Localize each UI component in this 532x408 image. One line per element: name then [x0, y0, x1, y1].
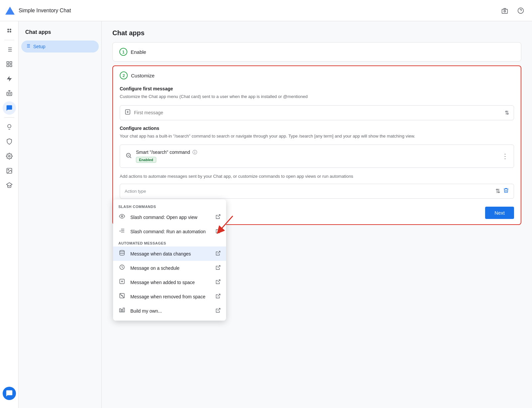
step-enable-badge: 1	[119, 48, 127, 56]
dropdown-item-arrow-2	[215, 228, 221, 235]
sidebar-item-setup[interactable]: Setup	[21, 41, 99, 52]
dropdown-item-label-added: Message when added to space	[130, 280, 211, 285]
action-placeholder: Action type	[125, 189, 146, 194]
add-actions-desc: Add actions to automate messages sent by…	[120, 173, 514, 180]
dropdown-item-added-to-space[interactable]: Message when added to space	[113, 275, 226, 289]
main-title: Chat apps	[112, 29, 521, 37]
eye-icon	[118, 213, 126, 221]
app-title: Simple Inventory Chat	[19, 8, 71, 14]
svg-rect-14	[10, 62, 12, 64]
svg-rect-13	[7, 62, 9, 64]
run-automation-icon	[118, 228, 126, 235]
smart-search-content: Smart "/search" command ⓘ Enabled	[136, 150, 498, 163]
dropdown-item-arrow-removed	[215, 293, 221, 300]
action-row: Action type ⇅	[120, 184, 514, 199]
svg-point-37	[121, 216, 123, 217]
configure-actions-desc: Your chat app has a built-in "/search" c…	[120, 133, 514, 140]
nav-divider-2	[4, 117, 14, 118]
build-own-icon	[118, 307, 126, 315]
nav-bot-icon[interactable]	[3, 87, 16, 100]
schedule-icon	[118, 264, 126, 272]
svg-rect-52	[123, 308, 125, 312]
dropdown-item-label-run-auto: Slash command: Run an automation	[130, 229, 211, 234]
svg-line-49	[120, 293, 124, 298]
delete-icon[interactable]	[503, 187, 509, 195]
svg-point-42	[120, 251, 124, 252]
dropdown-item-label-data-changes: Message when data changes	[130, 251, 211, 256]
customize-body: Configure first message Customize the Ch…	[120, 79, 514, 219]
configure-first-message-desc: Customize the Chat app menu (Chat card) …	[120, 93, 514, 100]
icon-nav	[0, 21, 19, 408]
step-customize-header: 2 Customize	[120, 71, 514, 79]
removed-icon	[118, 293, 126, 300]
nav-graduation-icon[interactable]	[3, 179, 16, 192]
action-controls: ⇅	[495, 187, 509, 195]
dropdown-item-arrow-added	[215, 279, 221, 286]
topbar: Simple Inventory Chat	[0, 0, 532, 21]
first-message-input[interactable]	[134, 110, 501, 115]
expand-icon[interactable]: ⇅	[505, 110, 509, 116]
fab-chat-button[interactable]	[3, 387, 16, 400]
nav-image-icon[interactable]	[3, 164, 16, 177]
dropdown-item-label-open-app: Slash command: Open app view	[130, 215, 211, 220]
reorder-icon[interactable]: ⇅	[495, 187, 500, 195]
dropdown-item-run-automation[interactable]: Slash command: Run an automation	[113, 224, 226, 239]
smart-search-label: Smart "/search" command ⓘ	[136, 150, 498, 155]
step-enable: 1 Enable	[112, 42, 521, 61]
first-message-input-row[interactable]: ⇅	[120, 105, 514, 120]
main-layout: Chat apps Setup Chat apps 1 Enable	[0, 21, 532, 408]
slash-commands-section-label: Slash Commands	[113, 202, 226, 210]
dropdown-item-build-own[interactable]: Build my own...	[113, 304, 226, 318]
data-changes-icon	[118, 250, 126, 257]
automated-messages-section-label: Automated Messages	[113, 239, 226, 247]
more-options-icon[interactable]: ⋮	[502, 152, 508, 160]
svg-point-20	[10, 93, 11, 94]
svg-rect-15	[7, 65, 9, 67]
nav-bolt-icon[interactable]	[3, 72, 16, 85]
svg-rect-16	[10, 65, 12, 67]
svg-point-3	[7, 29, 9, 30]
dropdown-item-arrow-build-own	[215, 308, 221, 314]
setup-icon	[25, 43, 31, 50]
smart-search-row: Smart "/search" command ⓘ Enabled ⋮	[120, 145, 514, 168]
configure-first-message-heading: Configure first message	[120, 86, 514, 91]
dropdown-item-label-schedule: Message on a schedule	[130, 265, 211, 271]
add-icon	[125, 109, 131, 117]
dropdown-item-open-app-view[interactable]: Slash command: Open app view	[113, 210, 226, 224]
dropdown-item-arrow-schedule	[215, 265, 221, 271]
dropdown-item-removed-from-space[interactable]: Message when removed from space	[113, 289, 226, 304]
svg-point-4	[9, 29, 11, 30]
next-button[interactable]: Next	[485, 207, 514, 219]
nav-grid-icon[interactable]	[3, 57, 16, 71]
svg-rect-51	[121, 310, 123, 312]
svg-point-19	[8, 93, 9, 94]
nav-lightbulb-icon[interactable]	[3, 120, 16, 134]
step-enable-label: Enable	[131, 49, 146, 55]
sidebar: Chat apps Setup	[19, 21, 102, 408]
dropdown-item-arrow-1	[215, 214, 221, 221]
dropdown-item-on-schedule[interactable]: Message on a schedule	[113, 261, 226, 275]
svg-point-6	[9, 31, 11, 33]
sidebar-item-label: Setup	[33, 44, 46, 49]
dropdown-item-data-changes[interactable]: Message when data changes	[113, 247, 226, 261]
dropdown-item-label-removed: Message when removed from space	[130, 294, 211, 299]
nav-apps-icon[interactable]	[3, 24, 16, 37]
svg-rect-50	[120, 309, 121, 312]
nav-gear-icon[interactable]	[3, 150, 16, 163]
sidebar-title: Chat apps	[21, 27, 99, 41]
nav-chat-icon[interactable]	[3, 101, 16, 115]
dropdown-item-arrow-data-changes	[215, 251, 221, 257]
added-to-space-icon	[118, 278, 126, 286]
app-logo	[5, 7, 15, 15]
svg-point-21	[8, 155, 10, 157]
nav-shield-icon[interactable]	[3, 135, 16, 148]
nav-list-icon[interactable]	[3, 43, 16, 56]
svg-marker-17	[7, 76, 12, 82]
camera-icon[interactable]	[499, 5, 511, 17]
help-icon[interactable]	[515, 5, 527, 17]
info-icon: ⓘ	[193, 150, 197, 155]
dropdown-item-label-build-own: Build my own...	[130, 308, 211, 314]
configure-actions-heading: Configure actions	[120, 126, 514, 131]
action-dropdown: Slash Commands Slash command: Open app v…	[113, 199, 226, 321]
svg-line-35	[130, 156, 131, 158]
